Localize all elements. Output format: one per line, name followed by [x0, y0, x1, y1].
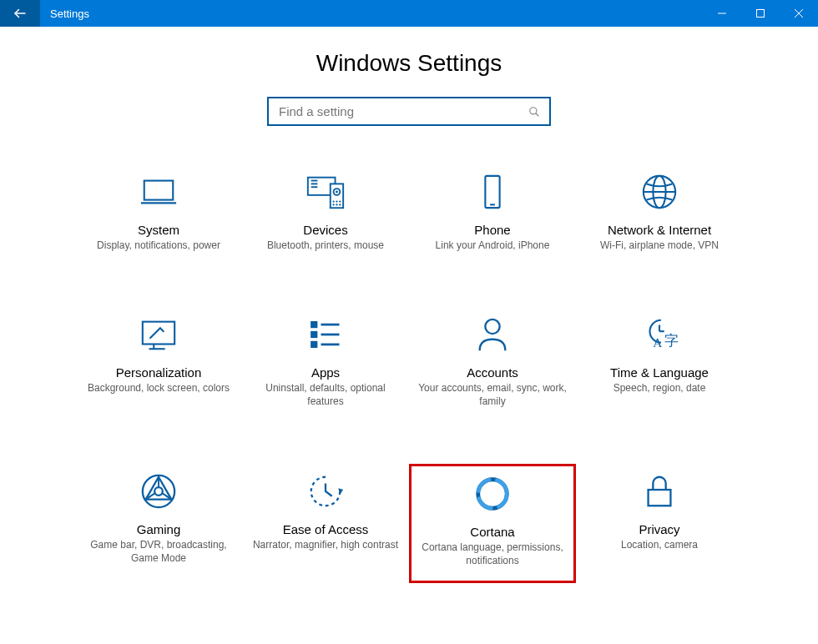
lock-icon: [640, 470, 679, 512]
tile-title: Time & Language: [610, 365, 709, 380]
tile-title: Personalization: [116, 365, 202, 380]
back-button[interactable]: [0, 0, 40, 27]
phone-icon: [473, 171, 512, 213]
svg-text:字: 字: [664, 334, 679, 350]
gaming-icon: [139, 470, 178, 512]
tile-phone[interactable]: Phone Link your Android, iPhone: [409, 164, 576, 265]
titlebar: Settings: [0, 0, 818, 27]
svg-point-45: [478, 479, 507, 508]
tile-title: Cortana: [470, 525, 514, 539]
tile-sub: Bluetooth, printers, mouse: [267, 239, 384, 252]
svg-point-21: [339, 204, 341, 205]
tile-sub: Display, notifications, power: [97, 239, 220, 252]
search-input[interactable]: [277, 103, 528, 119]
tile-ease-of-access[interactable]: Ease of Access Narrator, magnifier, high…: [242, 464, 409, 583]
tile-accounts[interactable]: Accounts Your accounts, email, sync, wor…: [409, 307, 576, 421]
accounts-icon: [473, 314, 512, 355]
svg-rect-2: [757, 10, 765, 18]
minimize-icon: [718, 9, 726, 18]
arrow-left-icon: [13, 6, 28, 21]
page-title: Windows Settings: [0, 50, 818, 77]
tile-sub: Your accounts, email, sync, work, family: [417, 381, 568, 408]
tile-title: System: [138, 223, 179, 237]
tile-title: Ease of Access: [283, 522, 369, 536]
tile-title: Accounts: [467, 365, 518, 380]
svg-point-5: [530, 107, 537, 113]
svg-rect-32: [312, 332, 317, 337]
window-title: Settings: [40, 0, 89, 27]
ease-of-access-icon: [306, 470, 345, 512]
search-icon: [528, 105, 541, 118]
globe-icon: [640, 171, 679, 213]
close-button[interactable]: [780, 0, 818, 27]
personalization-icon: [139, 314, 179, 355]
tile-apps[interactable]: Apps Uninstall, defaults, optional featu…: [242, 307, 409, 421]
svg-rect-22: [485, 176, 499, 208]
tile-title: Phone: [474, 223, 510, 237]
maximize-icon: [756, 9, 765, 18]
tile-sub: Cortana language, permissions, notificat…: [420, 541, 565, 567]
tile-devices[interactable]: Devices Bluetooth, printers, mouse: [242, 164, 409, 265]
devices-icon: [305, 171, 346, 213]
tile-gaming[interactable]: Gaming Game bar, DVR, broadcasting, Game…: [75, 464, 242, 583]
svg-point-19: [332, 204, 334, 205]
apps-icon: [307, 314, 344, 355]
system-icon: [139, 171, 178, 213]
svg-point-17: [336, 200, 337, 202]
tile-title: Apps: [311, 365, 340, 380]
tile-personalization[interactable]: Personalization Background, lock screen,…: [75, 307, 242, 421]
svg-point-18: [339, 200, 341, 202]
svg-rect-27: [143, 322, 174, 345]
tile-sub: Uninstall, defaults, optional features: [250, 381, 401, 408]
tile-time-language[interactable]: A 字 Time & Language Speech, region, date: [576, 307, 743, 421]
tile-title: Network & Internet: [608, 223, 711, 237]
settings-grid: System Display, notifications, power Dev…: [0, 164, 818, 583]
svg-rect-7: [144, 181, 174, 200]
svg-text:A: A: [653, 336, 662, 350]
tile-sub: Location, camera: [621, 538, 698, 551]
search-box[interactable]: [267, 97, 551, 126]
close-icon: [795, 9, 803, 18]
svg-rect-46: [649, 490, 671, 506]
svg-rect-30: [312, 323, 317, 328]
tile-sub: Wi-Fi, airplane mode, VPN: [600, 239, 719, 252]
tile-cortana[interactable]: Cortana Cortana language, permissions, n…: [409, 464, 576, 583]
tile-sub: Narrator, magnifier, high contrast: [253, 538, 398, 551]
content-area: Windows Settings System Display, notific…: [0, 27, 818, 583]
svg-point-20: [336, 204, 337, 205]
svg-rect-34: [312, 342, 317, 347]
search-wrap: [0, 97, 818, 126]
tile-network[interactable]: Network & Internet Wi-Fi, airplane mode,…: [576, 164, 743, 265]
minimize-button[interactable]: [703, 0, 741, 27]
cortana-icon: [473, 473, 512, 515]
titlebar-spacer: [89, 0, 703, 27]
tile-title: Privacy: [639, 522, 679, 536]
tile-system[interactable]: System Display, notifications, power: [75, 164, 242, 265]
tile-sub: Speech, region, date: [614, 381, 706, 395]
svg-point-36: [485, 319, 499, 334]
maximize-button[interactable]: [741, 0, 780, 27]
tile-sub: Game bar, DVR, broadcasting, Game Mode: [83, 538, 234, 565]
tile-title: Devices: [303, 223, 347, 237]
time-language-icon: A 字: [639, 314, 680, 355]
tile-privacy[interactable]: Privacy Location, camera: [576, 464, 743, 583]
tile-title: Gaming: [137, 522, 181, 536]
tile-sub: Link your Android, iPhone: [436, 239, 550, 252]
svg-line-6: [536, 113, 539, 116]
svg-point-16: [332, 200, 334, 202]
svg-point-42: [154, 487, 163, 496]
tile-sub: Background, lock screen, colors: [88, 381, 230, 395]
svg-point-15: [336, 191, 338, 194]
